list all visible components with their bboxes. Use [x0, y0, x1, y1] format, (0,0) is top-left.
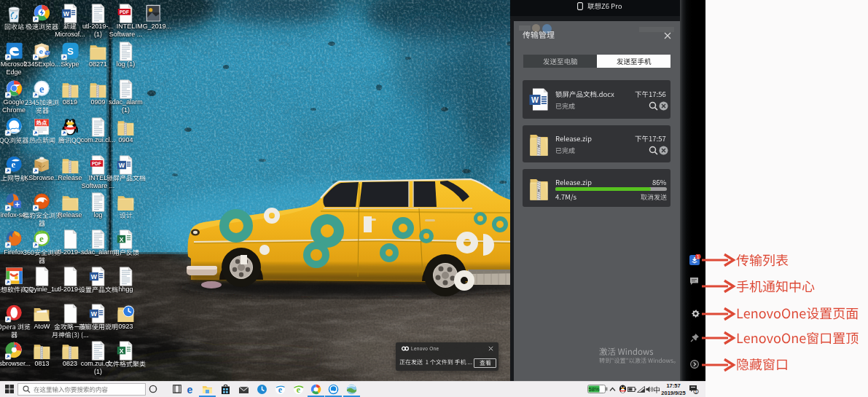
- svg-text:1: 1: [697, 254, 700, 259]
- svg-text:S: S: [67, 46, 74, 57]
- svg-text:热点: 热点: [36, 119, 47, 126]
- svg-text:W: W: [531, 95, 539, 104]
- svg-text:e: e: [187, 384, 193, 395]
- svg-text:PDF: PDF: [92, 161, 101, 166]
- svg-text:X: X: [120, 236, 124, 243]
- svg-text:X: X: [120, 347, 124, 355]
- svg-text:W: W: [63, 10, 70, 17]
- svg-text:PDF: PDF: [120, 9, 129, 15]
- svg-text:W: W: [91, 310, 98, 318]
- svg-text:e: e: [39, 233, 44, 244]
- svg-text:W: W: [119, 162, 125, 169]
- svg-text:e: e: [39, 83, 44, 95]
- svg-text:58%: 58%: [588, 386, 599, 393]
- svg-text:W: W: [91, 273, 98, 280]
- svg-text:e: e: [39, 47, 44, 55]
